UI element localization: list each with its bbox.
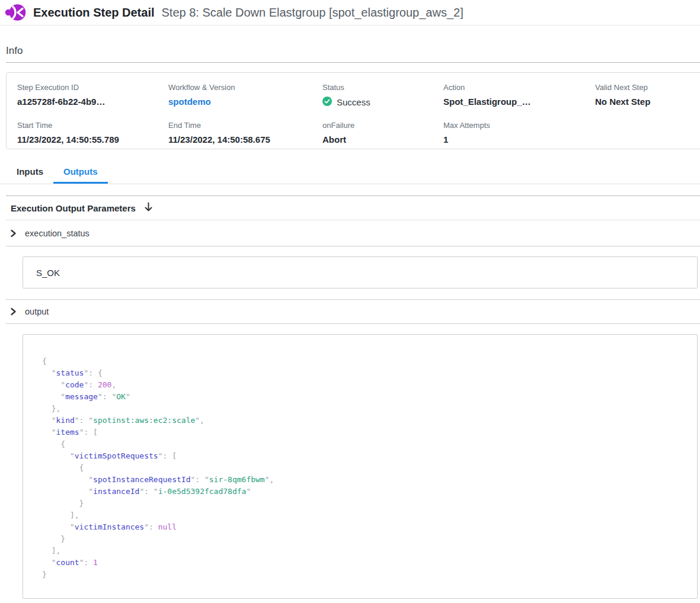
code-line: ], [42, 509, 697, 521]
tab-outputs[interactable]: Outputs [53, 161, 108, 184]
page-title: Execution Step Detail [33, 6, 155, 20]
code-line: "message": "OK" [42, 391, 697, 403]
field-value: Spot_Elastigroup_… [443, 97, 595, 107]
field-label: onFailure [322, 121, 443, 130]
info-divider [6, 62, 700, 63]
field-max-attempts: Max Attempts 1 [443, 111, 595, 149]
code-line: { [42, 438, 697, 450]
code-line: "items": [ [42, 426, 697, 438]
field-action: Action Spot_Elastigroup_… [443, 73, 595, 111]
field-value: No Next Step [595, 97, 700, 107]
output-parameters-header: Execution Output Parameters [0, 196, 700, 220]
code-line: }, [42, 403, 697, 415]
execution-status-value-box: S_OK [23, 256, 698, 288]
code-line: ], [42, 545, 697, 557]
field-step-execution-id: Step Execution ID a125728f-6b22-4b9… [17, 73, 168, 111]
code-line: "victimSpotRequests": [ [42, 450, 697, 462]
code-line: "status": { [42, 367, 697, 379]
execution-status-value: S_OK [36, 268, 60, 278]
param-row-divider [6, 246, 700, 246]
success-check-icon [322, 97, 332, 108]
param-row-output[interactable]: output [0, 300, 700, 323]
info-grid: Step Execution ID a125728f-6b22-4b9… Wor… [7, 73, 700, 149]
code-line: "kind": "spotinst:aws:ec2:scale", [42, 415, 697, 426]
code-line: } [42, 533, 697, 545]
field-workflow-version: Workflow & Version spotdemo [168, 73, 322, 111]
output-code-box: { "status": { "code": 200, "message": "O… [23, 334, 698, 599]
json-code: { "status": { "code": 200, "message": "O… [42, 355, 697, 580]
field-label: Workflow & Version [168, 83, 322, 92]
status-badge: Success [322, 97, 443, 108]
code-line: "victimInstances": null [42, 521, 697, 533]
code-line: "instanceId": "i-0e5d5392fcad78dfa" [42, 486, 697, 498]
field-label: Valid Next Step [595, 83, 700, 92]
workflow-link[interactable]: spotdemo [168, 97, 322, 107]
code-line: } [42, 569, 697, 580]
field-valid-next-step: Valid Next Step No Next Step [595, 73, 700, 111]
outputs-section-title: Execution Output Parameters [11, 203, 136, 213]
field-label: End Time [168, 121, 322, 130]
field-onfailure: onFailure Abort [322, 111, 443, 149]
field-label: Status [322, 83, 443, 92]
app-logo-icon [5, 3, 26, 22]
param-name: output [25, 307, 49, 316]
code-line: } [42, 498, 697, 509]
param-name: execution_status [25, 229, 90, 238]
field-label: Start Time [17, 121, 168, 130]
app-header: Execution Step Detail Step 8: Scale Down… [0, 0, 700, 25]
code-line: { [42, 355, 697, 367]
field-value: 11/23/2022, 14:50:58.675 [168, 134, 322, 145]
code-line: "count": 1 [42, 557, 697, 569]
chevron-right-icon [9, 229, 17, 238]
code-line: { [42, 462, 697, 474]
page-subtitle: Step 8: Scale Down Elastgroup [spot_elas… [162, 6, 464, 20]
status-text: Success [337, 97, 370, 107]
code-line: "code": 200, [42, 379, 697, 391]
info-card: Step Execution ID a125728f-6b22-4b9… Wor… [6, 72, 700, 149]
param-row-execution-status[interactable]: execution_status [0, 220, 700, 246]
field-label: Step Execution ID [17, 83, 168, 92]
field-label: Max Attempts [443, 121, 595, 130]
info-section-label: Info [6, 45, 700, 57]
field-end-time: End Time 11/23/2022, 14:50:58.675 [168, 111, 322, 149]
field-status: Status Success [322, 73, 443, 111]
field-value: 11/23/2022, 14:50:55.789 [17, 134, 168, 145]
chevron-right-icon [9, 307, 17, 316]
field-label: Action [443, 83, 595, 92]
tab-inputs[interactable]: Inputs [7, 161, 53, 184]
field-value: Abort [322, 134, 443, 145]
field-start-time: Start Time 11/23/2022, 14:50:55.789 [17, 111, 168, 149]
tab-bar: Inputs Outputs [0, 161, 700, 184]
code-line: "spotInstanceRequestId": "sir-8qm6fbwm", [42, 474, 697, 486]
field-value: 1 [443, 134, 595, 145]
output-row-bottom-divider [6, 323, 700, 324]
field-value: a125728f-6b22-4b9… [17, 97, 168, 107]
field-empty [595, 111, 700, 149]
arrow-down-icon[interactable] [144, 202, 153, 214]
